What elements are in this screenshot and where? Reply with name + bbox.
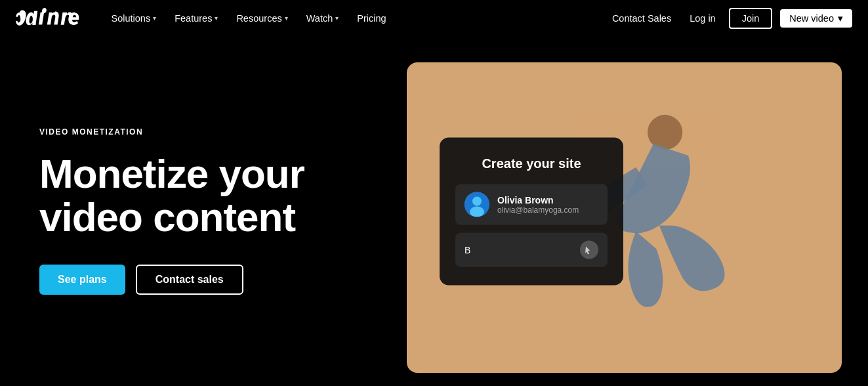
user-avatar — [465, 192, 489, 217]
create-site-card: Create your site Olivia Brown olivia@ba — [440, 137, 623, 285]
nav-solutions-label: Solutions — [112, 13, 151, 24]
site-name-row[interactable] — [455, 232, 608, 267]
create-site-title: Create your site — [455, 156, 608, 171]
nav-left-items: Solutions ▾ Features ▾ Resources ▾ Watch… — [104, 9, 607, 28]
user-email: olivia@balamyoga.com — [497, 205, 579, 214]
nav-resources[interactable]: Resources ▾ — [228, 9, 295, 28]
user-info: Olivia Brown olivia@balamyoga.com — [497, 194, 579, 214]
hero-left-content: VIDEO MONETIZATION Monetize your video c… — [0, 36, 407, 386]
hero-right-content: Create your site Olivia Brown olivia@ba — [407, 36, 868, 386]
user-row[interactable]: Olivia Brown olivia@balamyoga.com — [455, 184, 608, 225]
nav-watch-label: Watch — [306, 13, 333, 24]
svg-point-3 — [470, 206, 484, 217]
nav-join-button[interactable]: Join — [729, 8, 773, 29]
hero-eyebrow: VIDEO MONETIZATION — [39, 127, 407, 137]
nav-watch-chevron: ▾ — [335, 14, 339, 22]
hero-headline-line2: video content — [39, 194, 295, 240]
contact-sales-button[interactable]: Contact sales — [136, 265, 243, 295]
user-avatar-icon — [465, 192, 489, 217]
hero-buttons: See plans Contact sales — [39, 265, 407, 295]
svg-point-0 — [648, 115, 682, 150]
nav-solutions[interactable]: Solutions ▾ — [104, 9, 165, 28]
nav-login-link[interactable]: Log in — [684, 9, 721, 28]
see-plans-button[interactable]: See plans — [39, 265, 125, 295]
hero-headline-line1: Monetize your — [39, 151, 304, 196]
site-name-input[interactable] — [465, 244, 580, 255]
nav-new-video-chevron: ▾ — [838, 13, 843, 24]
hero-section: VIDEO MONETIZATION Monetize your video c… — [0, 36, 868, 386]
nav-right-items: Contact Sales Log in Join New video ▾ — [607, 8, 852, 29]
user-name: Olivia Brown — [497, 194, 579, 205]
nav-solutions-chevron: ▾ — [153, 14, 156, 22]
main-nav: Solutions ▾ Features ▾ Resources ▾ Watch… — [0, 0, 868, 36]
vimeo-logo[interactable] — [16, 8, 83, 29]
nav-resources-label: Resources — [236, 13, 281, 24]
hero-headline: Monetize your video content — [39, 152, 407, 238]
nav-features-chevron: ▾ — [215, 14, 218, 22]
nav-pricing-label: Pricing — [357, 13, 386, 24]
nav-new-video-button[interactable]: New video ▾ — [780, 9, 852, 28]
nav-pricing[interactable]: Pricing — [349, 9, 394, 28]
nav-new-video-label: New video — [789, 13, 834, 24]
nav-features-label: Features — [175, 13, 212, 24]
nav-contact-sales-link[interactable]: Contact Sales — [607, 9, 676, 28]
cursor-icon — [580, 240, 598, 259]
nav-watch[interactable]: Watch ▾ — [299, 9, 347, 28]
nav-features[interactable]: Features ▾ — [167, 9, 226, 28]
svg-point-2 — [472, 196, 482, 205]
nav-resources-chevron: ▾ — [285, 14, 288, 22]
